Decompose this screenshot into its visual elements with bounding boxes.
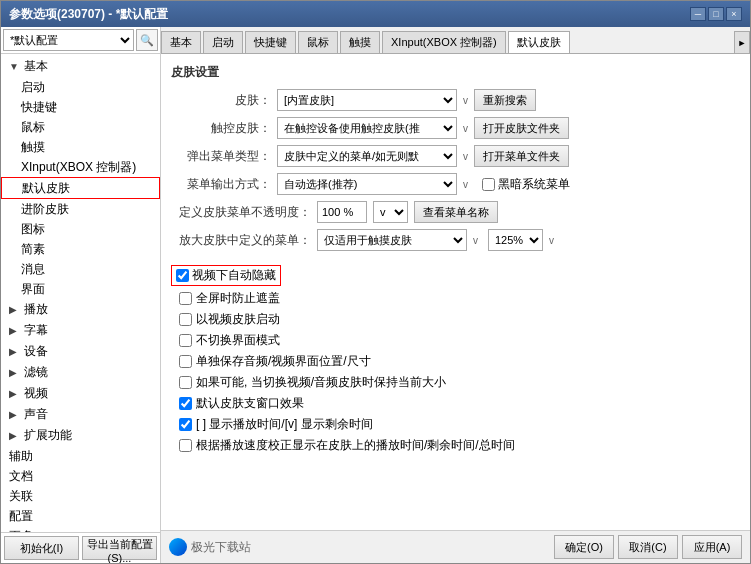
fullscreen-block-text: 全屏时防止遮盖	[196, 290, 280, 307]
expand-icon-play: ▶	[9, 301, 21, 319]
expand-icon-device: ▶	[9, 343, 21, 361]
open-skin-folder-button[interactable]: 打开皮肤文件夹	[474, 117, 569, 139]
menu-type-select[interactable]: 皮肤中定义的菜单/如无则默	[277, 145, 457, 167]
tab-basic[interactable]: 基本	[161, 31, 201, 53]
tree-item-play[interactable]: ▶ 播放	[1, 299, 160, 320]
tree-item-filter[interactable]: ▶ 滤镜	[1, 362, 160, 383]
no-switch-checkbox[interactable]	[179, 334, 192, 347]
video-hide-checkbox[interactable]	[176, 269, 189, 282]
zoom-percent-arrow: v	[549, 235, 554, 246]
tree-item-skin-default[interactable]: 默认皮肤	[1, 177, 160, 199]
menu-output-row: 菜单输出方式： 自动选择(推荐) v 黑暗系统菜单	[171, 173, 740, 195]
video-hide-text: 视频下自动隐藏	[192, 267, 276, 284]
tree-item-start[interactable]: 启动	[1, 77, 160, 97]
zoom-menu-select[interactable]: 仅适用于触摸皮肤	[317, 229, 467, 251]
save-pos-text: 单独保存音频/视频界面位置/尺寸	[196, 353, 371, 370]
section-title: 皮肤设置	[171, 64, 740, 81]
tree-item-hotkey[interactable]: 快捷键	[1, 97, 160, 117]
tree-item-simple[interactable]: 简素	[1, 239, 160, 259]
video-start-checkbox[interactable]	[179, 313, 192, 326]
menu-type-arrow: v	[463, 151, 468, 162]
tree-item-message[interactable]: 消息	[1, 259, 160, 279]
config-dropdown[interactable]: *默认配置	[3, 29, 134, 51]
expand-icon-video: ▶	[9, 385, 21, 403]
tab-start[interactable]: 启动	[203, 31, 243, 53]
show-time-checkbox[interactable]	[179, 418, 192, 431]
apply-button[interactable]: 应用(A)	[682, 535, 742, 559]
zoom-menu-arrow: v	[473, 235, 478, 246]
expand-icon-subtitle: ▶	[9, 322, 21, 340]
maximize-btn[interactable]: □	[708, 7, 724, 21]
keep-size-checkbox[interactable]	[179, 376, 192, 389]
tree-item-mouse[interactable]: 鼠标	[1, 117, 160, 137]
menu-output-select[interactable]: 自动选择(推荐)	[277, 173, 457, 195]
minimize-btn[interactable]: ─	[690, 7, 706, 21]
touch-skin-arrow: v	[463, 123, 468, 134]
window-effect-checkbox[interactable]	[179, 397, 192, 410]
tab-mouse[interactable]: 鼠标	[298, 31, 338, 53]
menu-type-row: 弹出菜单类型： 皮肤中定义的菜单/如无则默 v 打开菜单文件夹	[171, 145, 740, 167]
touch-skin-row: 触控皮肤： 在触控设备使用触控皮肤(推 v 打开皮肤文件夹	[171, 117, 740, 139]
zoom-percent-select[interactable]: 125%	[488, 229, 543, 251]
watermark: 极光下载站	[169, 538, 550, 556]
right-panel: 基本 启动 快捷键 鼠标 触摸 XInput(XBOX 控制器) 默认皮肤 ► …	[161, 27, 750, 563]
tree-item-extend[interactable]: ▶ 扩展功能	[1, 425, 160, 446]
tree-item-skin-adv[interactable]: 进阶皮肤	[1, 199, 160, 219]
ok-button[interactable]: 确定(O)	[554, 535, 614, 559]
opacity-select[interactable]: v	[373, 201, 408, 223]
search-button[interactable]: 🔍	[136, 29, 158, 51]
tab-xinput[interactable]: XInput(XBOX 控制器)	[382, 31, 506, 53]
tab-touch[interactable]: 触摸	[340, 31, 380, 53]
cancel-button[interactable]: 取消(C)	[618, 535, 678, 559]
tree-item-basic[interactable]: ▼ 基本	[1, 56, 160, 77]
zoom-menu-label: 放大皮肤中定义的菜单：	[171, 232, 311, 249]
skin-select[interactable]: [内置皮肤]	[277, 89, 457, 111]
show-time-text: [ ] 显示播放时间/[v] 显示剩余时间	[196, 416, 373, 433]
tree-item-device[interactable]: ▶ 设备	[1, 341, 160, 362]
tab-skin[interactable]: 默认皮肤	[508, 31, 570, 54]
init-button[interactable]: 初始化(I)	[4, 536, 79, 560]
tab-more[interactable]: ►	[734, 31, 750, 53]
skin-row: 皮肤： [内置皮肤] v 重新搜索	[171, 89, 740, 111]
skin-select-arrow: v	[463, 95, 468, 106]
dark-menu-label: 黑暗系统菜单	[482, 176, 570, 193]
tree-item-related[interactable]: 关联	[1, 486, 160, 506]
show-time-row: [ ] 显示播放时间/[v] 显示剩余时间	[171, 416, 740, 433]
tree-item-video[interactable]: ▶ 视频	[1, 383, 160, 404]
dark-menu-checkbox[interactable]	[482, 178, 495, 191]
left-panel: *默认配置 🔍 ▼ 基本 启动 快捷键 鼠标 触摸 XInput(XBOX 控制…	[1, 27, 161, 563]
keep-size-row: 如果可能, 当切换视频/音频皮肤时保持当前大小	[171, 374, 740, 391]
save-pos-row: 单独保存音频/视频界面位置/尺寸	[171, 353, 740, 370]
time-correct-text: 根据播放速度校正显示在皮肤上的播放时间/剩余时间/总时间	[196, 437, 515, 454]
save-pos-checkbox[interactable]	[179, 355, 192, 368]
view-menu-names-button[interactable]: 查看菜单名称	[414, 201, 498, 223]
opacity-row: 定义皮肤菜单不透明度： v 查看菜单名称	[171, 201, 740, 223]
touch-skin-select[interactable]: 在触控设备使用触控皮肤(推	[277, 117, 457, 139]
tree-item-assist[interactable]: 辅助	[1, 446, 160, 466]
tree-item-interface[interactable]: 界面	[1, 279, 160, 299]
watermark-logo	[169, 538, 187, 556]
no-switch-row: 不切换界面模式	[171, 332, 740, 349]
tree-item-config[interactable]: 配置	[1, 506, 160, 526]
open-menu-folder-button[interactable]: 打开菜单文件夹	[474, 145, 569, 167]
fullscreen-block-checkbox[interactable]	[179, 292, 192, 305]
tab-hotkey[interactable]: 快捷键	[245, 31, 296, 53]
tree-item-doc[interactable]: 文档	[1, 466, 160, 486]
tree-item-icon[interactable]: 图标	[1, 219, 160, 239]
tree-item-subtitle[interactable]: ▶ 字幕	[1, 320, 160, 341]
export-button[interactable]: 导出当前配置(S)...	[82, 536, 157, 560]
bottom-bar: 极光下载站 确定(O) 取消(C) 应用(A)	[161, 530, 750, 563]
rescan-button[interactable]: 重新搜索	[474, 89, 536, 111]
video-start-row: 以视频皮肤启动	[171, 311, 740, 328]
video-hide-label: 视频下自动隐藏	[176, 267, 276, 284]
opacity-input[interactable]	[317, 201, 367, 223]
left-bottom-bar: 初始化(I) 导出当前配置(S)...	[1, 532, 160, 563]
video-start-text: 以视频皮肤启动	[196, 311, 280, 328]
time-correct-checkbox[interactable]	[179, 439, 192, 452]
expand-icon-basic: ▼	[9, 58, 21, 76]
tree-panel: ▼ 基本 启动 快捷键 鼠标 触摸 XInput(XBOX 控制器) 默认皮肤 …	[1, 54, 160, 532]
tree-item-xinput[interactable]: XInput(XBOX 控制器)	[1, 157, 160, 177]
tree-item-touch[interactable]: 触摸	[1, 137, 160, 157]
tree-item-audio[interactable]: ▶ 声音	[1, 404, 160, 425]
close-btn[interactable]: ×	[726, 7, 742, 21]
